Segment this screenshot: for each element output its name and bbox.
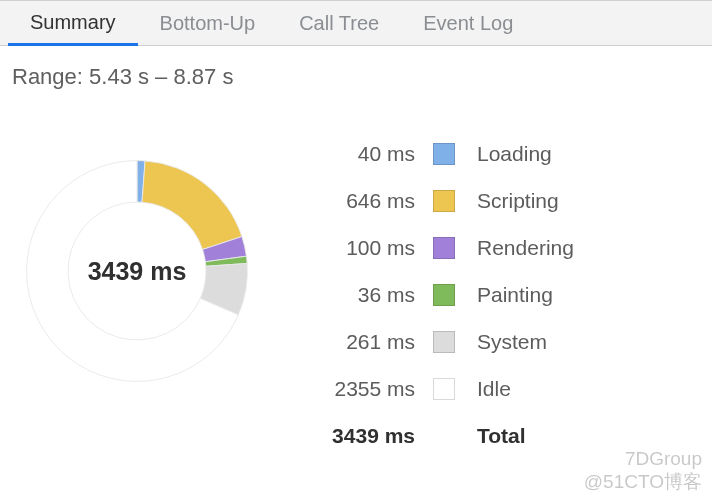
legend-value: 36 ms [300,283,415,307]
legend-label: Rendering [477,236,574,260]
legend-label: Scripting [477,189,559,213]
tab-call-tree[interactable]: Call Tree [277,1,401,45]
legend-value: 2355 ms [300,377,415,401]
legend-row-loading: 40 ms Loading [300,130,712,177]
legend-label: System [477,330,547,354]
legend-label: Loading [477,142,552,166]
legend-value: 100 ms [300,236,415,260]
range-label: Range: 5.43 s – 8.87 s [0,46,712,100]
legend-swatch-painting [433,284,455,306]
legend-total-value: 3439 ms [300,424,415,448]
legend-value: 261 ms [300,330,415,354]
summary-content: 3439 ms 40 ms Loading 646 ms Scripting 1… [0,100,712,459]
donut-center-label: 3439 ms [22,156,252,386]
legend-swatch-system [433,331,455,353]
legend-label: Painting [477,283,553,307]
watermark-line2: @51CTO博客 [584,470,702,494]
legend-row-painting: 36 ms Painting [300,271,712,318]
legend-swatch-idle [433,378,455,400]
tab-summary[interactable]: Summary [8,1,138,46]
legend-row-system: 261 ms System [300,318,712,365]
legend-row-rendering: 100 ms Rendering [300,224,712,271]
legend-row-total: 3439 ms Total [300,412,712,459]
legend-value: 646 ms [300,189,415,213]
legend-row-scripting: 646 ms Scripting [300,177,712,224]
legend-swatch-loading [433,143,455,165]
legend-total-label: Total [477,424,526,448]
legend: 40 ms Loading 646 ms Scripting 100 ms Re… [300,130,712,459]
legend-row-idle: 2355 ms Idle [300,365,712,412]
legend-label: Idle [477,377,511,401]
tab-event-log[interactable]: Event Log [401,1,535,45]
donut-chart: 3439 ms [22,156,252,386]
tab-bottom-up[interactable]: Bottom-Up [138,1,278,45]
legend-swatch-rendering [433,237,455,259]
donut-chart-wrap: 3439 ms [0,130,300,386]
legend-swatch-scripting [433,190,455,212]
tab-bar: Summary Bottom-Up Call Tree Event Log [0,0,712,46]
legend-value: 40 ms [300,142,415,166]
